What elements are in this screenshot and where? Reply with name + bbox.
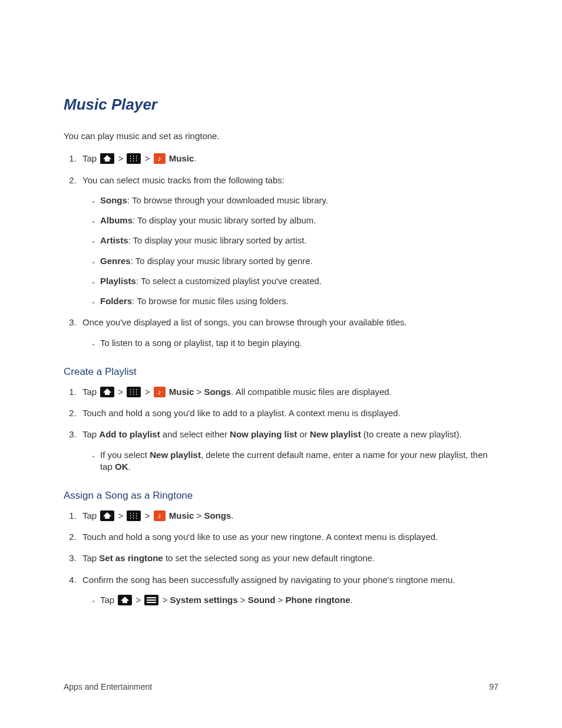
- step-1: Tap > > Music.: [79, 153, 498, 164]
- tab-desc: : To display your music library sorted b…: [133, 215, 316, 225]
- tab-songs: Songs: To browse through your downloaded…: [100, 195, 498, 206]
- page: Music Player You can play music and set …: [0, 0, 562, 728]
- step-3-sub: To listen to a song or playlist, tap it …: [82, 337, 498, 349]
- home-icon: [118, 595, 132, 605]
- footer-section: Apps and Entertainment: [64, 681, 152, 693]
- home-icon: [100, 510, 114, 521]
- tail: .: [231, 510, 233, 521]
- t: Tap: [82, 429, 99, 439]
- tab-name: Genres: [100, 256, 131, 266]
- t: or: [297, 429, 310, 439]
- assign-step-4: Confirm the song has been successfully a…: [79, 574, 498, 607]
- ok-label: OK: [115, 462, 128, 472]
- assign-step-1: Tap > > Music > Songs.: [79, 510, 498, 522]
- create-step-3: Tap Add to playlist and select either No…: [79, 429, 498, 473]
- tap-label: Tap: [82, 387, 99, 397]
- heading-assign-ringtone: Assign a Song as a Ringtone: [64, 489, 498, 503]
- intro-text: You can play music and set as ringtone.: [64, 130, 498, 142]
- t: .: [351, 595, 353, 605]
- tab-genres: Genres: To display your music library so…: [100, 255, 498, 267]
- assign-step-4-sub-1: Tap > > System settings > Sound > Phone …: [100, 594, 498, 606]
- t: (to create a new playlist).: [361, 429, 462, 439]
- tabs-list: Songs: To browse through your downloaded…: [82, 195, 498, 308]
- sep: >: [145, 153, 150, 163]
- assign-step-3: Tap Set as ringtone to set the selected …: [79, 552, 498, 564]
- t: If you select: [100, 450, 150, 460]
- tab-name: Artists: [100, 235, 128, 245]
- page-footer: Apps and Entertainment 97: [64, 681, 498, 693]
- music-label: Music: [169, 510, 194, 521]
- tap-label: Tap: [82, 510, 99, 521]
- step-3-text: Once you've displayed a list of songs, y…: [82, 317, 407, 327]
- step-2: You can select music tracks from the fol…: [79, 174, 498, 308]
- sep: >: [196, 510, 201, 521]
- sep: >: [136, 595, 141, 605]
- assign-step-2: Touch and hold a song you'd like to use …: [79, 531, 498, 543]
- create-step-2: Touch and hold a song you'd like to add …: [79, 407, 498, 419]
- tab-desc: : To browse for music files using folder…: [132, 296, 289, 306]
- apps-icon: [127, 153, 141, 164]
- steps-create: Tap > > Music > Songs. All compatible mu…: [64, 386, 498, 473]
- create-step-3-sub: If you select New playlist, delete the c…: [82, 449, 498, 473]
- sep: >: [145, 510, 150, 521]
- songs-label: Songs: [204, 510, 231, 521]
- create-step-1: Tap > > Music > Songs. All compatible mu…: [79, 386, 498, 398]
- tab-name: Songs: [100, 195, 127, 205]
- tab-desc: : To select a customized playlist you've…: [136, 276, 322, 286]
- music-label: Music: [169, 153, 194, 163]
- music-icon: [154, 153, 166, 164]
- sep: >: [240, 595, 246, 605]
- music-icon: [154, 510, 166, 521]
- apps-icon: [127, 387, 141, 397]
- now-playing-label: Now playing list: [230, 429, 297, 439]
- tab-desc: : To display your music library sorted b…: [131, 256, 313, 266]
- step-2-text: You can select music tracks from the fol…: [82, 175, 285, 185]
- create-step-3-sub-1: If you select New playlist, delete the c…: [100, 449, 498, 473]
- home-icon: [100, 387, 114, 397]
- sep: >: [278, 595, 283, 605]
- step-3: Once you've displayed a list of songs, y…: [79, 317, 498, 349]
- tail: .: [194, 153, 196, 163]
- home-icon: [100, 153, 114, 164]
- heading-create-playlist: Create a Playlist: [64, 365, 498, 379]
- tab-name: Albums: [100, 215, 133, 225]
- music-label: Music: [169, 387, 194, 397]
- steps-main: Tap > > Music. You can select music trac…: [64, 153, 498, 349]
- menu-icon: [144, 595, 158, 605]
- tab-albums: Albums: To display your music library so…: [100, 215, 498, 226]
- songs-label: Songs: [204, 387, 231, 397]
- t: to set the selected song as your new def…: [163, 553, 375, 563]
- sep: >: [118, 153, 124, 163]
- phone-ringtone-label: Phone ringtone: [286, 595, 351, 605]
- tap-label: Tap: [100, 595, 117, 605]
- sound-label: Sound: [248, 595, 276, 605]
- sep: >: [196, 387, 201, 397]
- t: and select either: [160, 429, 230, 439]
- assign-step-4-sub: Tap > > System settings > Sound > Phone …: [82, 594, 498, 606]
- tab-folders: Folders: To browse for music files using…: [100, 295, 498, 307]
- sep: >: [163, 595, 168, 605]
- tab-playlists: Playlists: To select a customized playli…: [100, 275, 498, 287]
- page-title: Music Player: [64, 94, 498, 115]
- set-as-ringtone-label: Set as ringtone: [99, 553, 163, 563]
- tab-desc: : To display your music library sorted b…: [128, 235, 307, 245]
- steps-assign: Tap > > Music > Songs. Touch and hold a …: [64, 510, 498, 606]
- step-3-sub-1: To listen to a song or playlist, tap it …: [100, 337, 498, 349]
- t: .: [128, 462, 131, 472]
- system-settings-label: System settings: [170, 595, 238, 605]
- page-number: 97: [489, 681, 498, 693]
- sep: >: [145, 387, 150, 397]
- new-playlist-label: New playlist: [150, 450, 201, 460]
- tab-name: Folders: [100, 296, 132, 306]
- add-to-playlist-label: Add to playlist: [99, 429, 160, 439]
- t: Tap: [82, 553, 99, 563]
- sep: >: [118, 387, 124, 397]
- t: Confirm the song has been successfully a…: [82, 575, 455, 585]
- tab-artists: Artists: To display your music library s…: [100, 235, 498, 246]
- sep: >: [118, 510, 124, 521]
- music-icon: [154, 387, 166, 397]
- tail: . All compatible music files are display…: [231, 387, 392, 397]
- tab-desc: : To browse through your downloaded musi…: [127, 195, 328, 205]
- new-playlist-label: New playlist: [310, 429, 361, 439]
- tap-label: Tap: [82, 153, 99, 163]
